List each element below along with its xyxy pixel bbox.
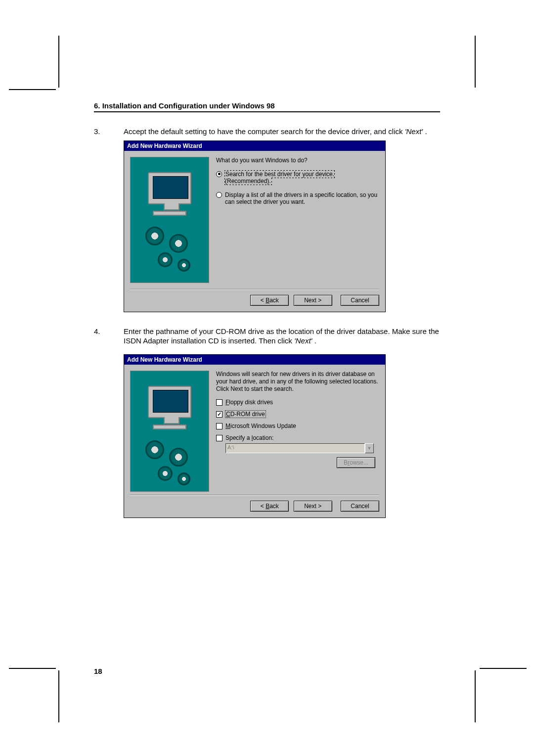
step-4: 4. Enter the pathname of your CD-ROM dri… [94,327,440,346]
step-number: 3. [94,127,124,137]
crop-mark [9,89,56,90]
radio-label: Search for the best driver for your devi… [225,171,334,185]
step-3: 3. Accept the default setting to have th… [94,127,440,137]
dialog-buttons: < Back Next > Cancel [124,290,385,312]
dialog-title: Add New Hardware Wizard [124,141,385,151]
crop-mark [480,668,527,669]
section-header: 6. Installation and Configuration under … [94,101,440,112]
gear-icon [145,440,164,459]
cancel-button[interactable]: Cancel [341,295,379,306]
dialog-prompt: What do you want Windows to do? [216,157,379,164]
wizard-graphic [130,371,209,492]
next-button[interactable]: Next > [294,501,332,512]
t: Accept the default setting to have the c… [124,127,405,136]
check-windows-update[interactable]: Microsoft Windows Update [216,423,379,429]
gear-icon [169,234,188,253]
radio-search-best[interactable]: Search for the best driver for your devi… [216,171,379,185]
browse-button[interactable]: Browse... [337,457,375,468]
next-button[interactable]: Next > [294,295,332,306]
crop-mark [9,668,56,669]
step-text: Enter the pathname of your CD-ROM drive … [124,327,440,346]
monitor-base-icon [153,425,186,429]
location-input[interactable]: A:\ [225,443,365,453]
cancel-button[interactable]: Cancel [341,501,379,512]
gear-icon [158,466,173,481]
gear-icon [178,472,190,485]
t: . [423,127,427,136]
back-button[interactable]: < Back [250,501,289,512]
chevron-down-icon[interactable]: ▼ [365,443,374,453]
wizard-graphic [130,157,209,283]
gear-icon [145,227,164,245]
checkbox-icon [216,399,222,406]
check-specify-location[interactable]: Specify a location: [216,434,379,441]
t-italic: 'Next' [405,127,423,136]
radio-display-list[interactable]: Display a list of all the drivers in a s… [216,191,379,205]
dialog-intro: Windows will search for new drivers in i… [216,371,379,393]
step-text: Accept the default setting to have the c… [124,127,440,137]
step-number: 4. [94,327,124,346]
check-floppy[interactable]: Floppy disk drives [216,399,379,406]
dialog-add-hardware-2: Add New Hardware Wizard Windows will sea… [124,354,386,518]
gear-icon [169,448,188,467]
radio-icon [216,192,222,198]
crop-mark [475,36,476,88]
monitor-base-icon [153,211,186,216]
monitor-icon [148,172,191,204]
radio-icon [216,171,222,177]
gear-icon [158,252,173,267]
t: Enter the pathname of your CD-ROM drive … [124,327,439,345]
monitor-icon [148,386,191,418]
checkbox-icon [216,411,222,418]
checkbox-icon [216,423,222,429]
page-number: 18 [94,667,102,675]
gear-icon [178,259,190,272]
t-italic: 'Next' [294,336,312,345]
crop-mark [475,670,476,722]
checkbox-icon [216,435,222,441]
dialog-buttons: < Back Next > Cancel [124,496,385,518]
back-button[interactable]: < Back [250,295,289,306]
check-cdrom[interactable]: CD-ROM drive [216,411,379,418]
dialog-title: Add New Hardware Wizard [124,355,385,365]
dialog-add-hardware-1: Add New Hardware Wizard What do you want… [124,141,386,312]
radio-label: Display a list of all the drivers in a s… [225,191,379,205]
crop-mark [58,670,59,722]
t: . [312,336,316,345]
crop-mark [58,36,59,88]
location-combo[interactable]: A:\ ▼ [225,443,374,453]
